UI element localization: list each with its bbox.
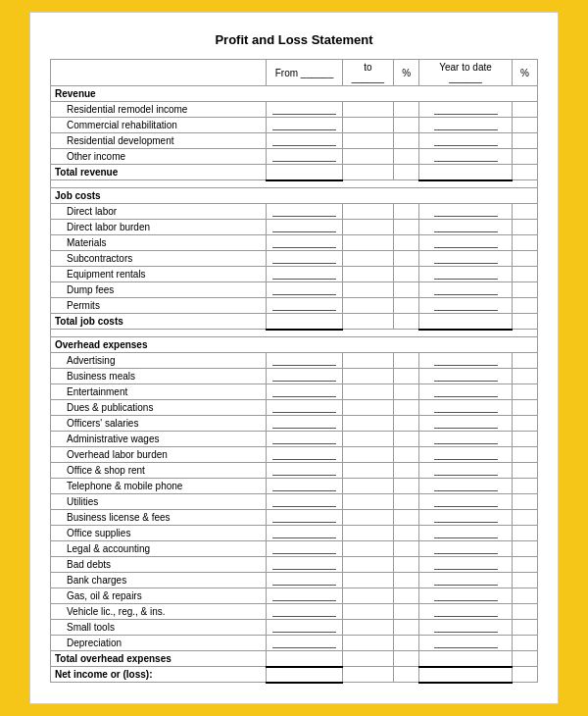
from-cell[interactable] xyxy=(267,235,342,251)
row-label: Office & shop rent xyxy=(51,463,267,479)
ytd-cell[interactable] xyxy=(419,432,512,447)
col-label-header xyxy=(51,60,267,86)
from-cell[interactable] xyxy=(267,282,342,298)
ytd-cell[interactable] xyxy=(419,588,512,604)
pct1-cell xyxy=(394,165,419,180)
table-row: Direct labor burden xyxy=(51,220,538,235)
from-cell[interactable] xyxy=(267,494,342,510)
col-from-header: From ______ xyxy=(267,60,342,86)
row-label: Officers' salaries xyxy=(51,416,267,432)
ytd-cell[interactable] xyxy=(419,510,512,526)
from-cell xyxy=(267,651,342,667)
from-cell[interactable] xyxy=(267,432,342,447)
row-label: Permits xyxy=(51,298,267,314)
ytd-cell xyxy=(419,651,512,667)
from-cell[interactable] xyxy=(267,118,342,133)
from-cell[interactable] xyxy=(267,220,342,235)
ytd-cell[interactable] xyxy=(419,526,512,541)
from-cell[interactable] xyxy=(267,251,342,267)
pct2-cell xyxy=(512,447,537,463)
from-cell[interactable] xyxy=(267,267,342,282)
ytd-cell[interactable] xyxy=(419,447,512,463)
ytd-cell[interactable] xyxy=(419,557,512,573)
from-cell[interactable] xyxy=(267,479,342,494)
ytd-cell[interactable] xyxy=(419,133,512,149)
ytd-cell[interactable] xyxy=(419,384,512,400)
row-label: Telephone & mobile phone xyxy=(51,479,267,494)
row-label: Legal & accounting xyxy=(51,541,267,557)
to-cell xyxy=(342,400,393,416)
pct1-cell xyxy=(394,432,419,447)
pct2-cell xyxy=(512,235,537,251)
to-cell xyxy=(342,447,393,463)
pct2-cell xyxy=(512,667,537,683)
ytd-cell[interactable] xyxy=(419,541,512,557)
from-cell[interactable] xyxy=(267,573,342,588)
pct1-cell xyxy=(394,282,419,298)
from-cell[interactable] xyxy=(267,204,342,220)
from-cell[interactable] xyxy=(267,510,342,526)
row-label: Bad debts xyxy=(51,557,267,573)
ytd-cell[interactable] xyxy=(419,102,512,118)
ytd-cell[interactable] xyxy=(419,369,512,384)
col-pct1-header: % xyxy=(394,60,419,86)
from-cell[interactable] xyxy=(267,463,342,479)
from-cell xyxy=(267,165,342,180)
from-cell[interactable] xyxy=(267,353,342,369)
ytd-cell[interactable] xyxy=(419,204,512,220)
pct1-cell xyxy=(394,133,419,149)
to-cell xyxy=(342,416,393,432)
to-cell xyxy=(342,102,393,118)
ytd-cell[interactable] xyxy=(419,400,512,416)
ytd-cell[interactable] xyxy=(419,416,512,432)
ytd-cell[interactable] xyxy=(419,282,512,298)
from-cell[interactable] xyxy=(267,416,342,432)
ytd-cell[interactable] xyxy=(419,149,512,165)
from-cell[interactable] xyxy=(267,526,342,541)
pct2-cell xyxy=(512,588,537,604)
table-row: Utilities xyxy=(51,494,538,510)
pct2-cell xyxy=(512,369,537,384)
ytd-cell[interactable] xyxy=(419,118,512,133)
pct2-cell xyxy=(512,651,537,667)
to-cell xyxy=(342,298,393,314)
from-cell[interactable] xyxy=(267,620,342,636)
from-cell[interactable] xyxy=(267,102,342,118)
from-cell[interactable] xyxy=(267,384,342,400)
pct1-cell xyxy=(394,588,419,604)
from-cell[interactable] xyxy=(267,133,342,149)
table-row: Total job costs xyxy=(51,314,538,330)
ytd-cell[interactable] xyxy=(419,573,512,588)
from-cell[interactable] xyxy=(267,604,342,620)
from-cell[interactable] xyxy=(267,369,342,384)
from-cell[interactable] xyxy=(267,588,342,604)
ytd-cell[interactable] xyxy=(419,620,512,636)
from-cell[interactable] xyxy=(267,149,342,165)
ytd-cell[interactable] xyxy=(419,636,512,651)
table-row: Small tools xyxy=(51,620,538,636)
from-cell[interactable] xyxy=(267,636,342,651)
ytd-cell[interactable] xyxy=(419,235,512,251)
to-cell xyxy=(342,384,393,400)
ytd-cell[interactable] xyxy=(419,220,512,235)
table-row: Business license & fees xyxy=(51,510,538,526)
pct1-cell xyxy=(394,298,419,314)
from-cell[interactable] xyxy=(267,298,342,314)
from-cell[interactable] xyxy=(267,447,342,463)
ytd-cell[interactable] xyxy=(419,251,512,267)
from-cell[interactable] xyxy=(267,557,342,573)
table-row: Total revenue xyxy=(51,165,538,180)
pct2-cell xyxy=(512,220,537,235)
ytd-cell[interactable] xyxy=(419,604,512,620)
ytd-cell[interactable] xyxy=(419,463,512,479)
pct1-cell xyxy=(394,604,419,620)
ytd-cell[interactable] xyxy=(419,479,512,494)
ytd-cell[interactable] xyxy=(419,298,512,314)
to-cell xyxy=(342,636,393,651)
pct1-cell xyxy=(394,384,419,400)
ytd-cell[interactable] xyxy=(419,494,512,510)
ytd-cell[interactable] xyxy=(419,353,512,369)
from-cell[interactable] xyxy=(267,541,342,557)
ytd-cell[interactable] xyxy=(419,267,512,282)
from-cell[interactable] xyxy=(267,400,342,416)
